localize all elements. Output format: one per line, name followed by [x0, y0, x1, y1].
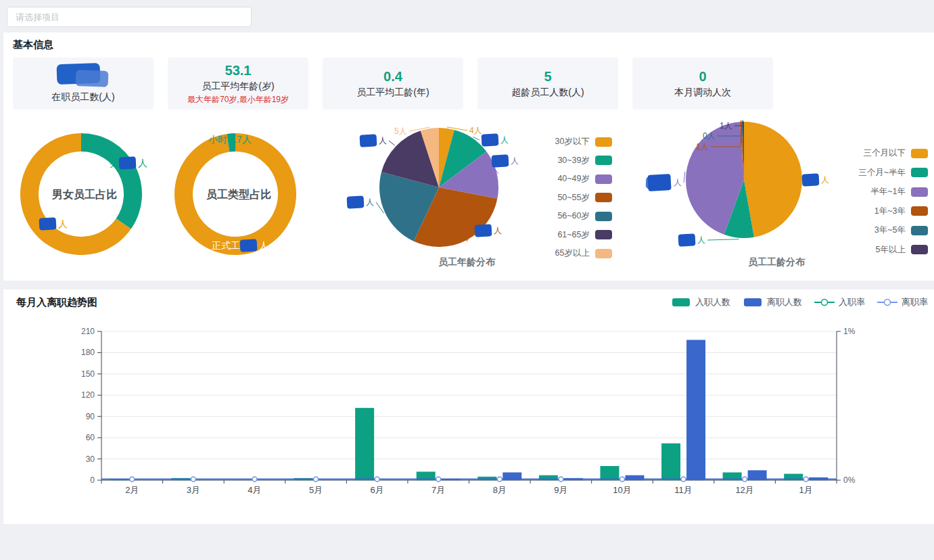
legend-item-age-distribution[interactable]: 30~39岁: [557, 155, 612, 166]
svg-text:11月: 11月: [674, 485, 693, 495]
svg-text:人: 人: [242, 134, 252, 145]
stat-cards: 在职员工数(人) 53.1 员工平均年龄(岁) 最大年龄70岁,最小年龄19岁 …: [13, 57, 773, 110]
legend-item-tenure-distribution[interactable]: 5年以上: [876, 244, 928, 256]
svg-text:12月: 12月: [735, 485, 753, 495]
离职人数-bar: [686, 340, 705, 480]
svg-text:人: 人: [138, 158, 147, 168]
trend-legend: 入职人数离职人数入职率离职率: [671, 296, 928, 308]
svg-text:7: 7: [237, 134, 242, 145]
legend-item-swatch: [595, 249, 612, 258]
svg-text:0: 0: [90, 475, 95, 485]
stat-subtext: 最大年龄70岁,最小年龄19岁: [187, 94, 289, 105]
legend-item-age-distribution[interactable]: 40~49岁: [557, 173, 612, 185]
redaction-stroke: [76, 70, 109, 87]
redacted-value-scribble: [57, 64, 110, 88]
pie-charts-canvas[interactable]: 男人女人正式工人小时工7人4人人人人人人5人人人人1人0人1人: [3, 107, 934, 262]
project-select[interactable]: [7, 7, 252, 27]
svg-text:120: 120: [81, 390, 95, 400]
legend-item-tenure-distribution[interactable]: 3年~5年: [874, 225, 928, 236]
legend-line-swatch: [814, 298, 835, 307]
legend-item-label: 三个月以下: [864, 147, 906, 159]
trend-legend-item[interactable]: 离职人数: [743, 296, 802, 308]
svg-text:210: 210: [81, 327, 95, 336]
legend-item-swatch: [911, 187, 928, 197]
trend-legend-item[interactable]: 入职率: [814, 296, 865, 308]
basic-info-title: 基本信息: [13, 39, 53, 51]
svg-text:7月: 7月: [431, 485, 445, 495]
legend-item-swatch: [595, 174, 612, 184]
legend-item-tenure-distribution[interactable]: 半年~1年: [870, 186, 928, 197]
svg-text:90: 90: [86, 412, 95, 421]
svg-text:人: 人: [821, 175, 829, 185]
trend-legend-label: 入职人数: [695, 296, 730, 308]
project-select-input[interactable]: [7, 7, 252, 27]
legend-item-age-distribution[interactable]: 56~60岁: [557, 210, 612, 222]
legend-item-label: 5年以上: [876, 244, 906, 256]
stat-label: 超龄员工人数(人): [511, 85, 584, 99]
stat-card-avg-age: 53.1 员工平均年龄(岁) 最大年龄70岁,最小年龄19岁: [168, 57, 308, 110]
stat-label: 员工平均工龄(年): [356, 85, 429, 99]
trend-legend-item[interactable]: 入职人数: [671, 296, 730, 308]
svg-text:150: 150: [81, 369, 95, 379]
svg-text:60: 60: [86, 433, 95, 442]
legend-item-age-distribution[interactable]: 61~65岁: [557, 229, 612, 241]
legend-age-distribution: 30岁以下30~39岁40~49岁50~55岁56~60岁61~65岁65岁以上: [555, 136, 612, 266]
legend-item-label: 30岁以下: [555, 136, 590, 147]
legend-item-swatch: [595, 137, 612, 147]
svg-text:1人: 1人: [720, 121, 732, 131]
svg-text:5月: 5月: [309, 485, 323, 495]
legend-item-tenure-distribution[interactable]: 三个月以下: [864, 147, 929, 159]
basic-info-panel: 基本信息 在职员工数(人) 53.1 员工平均年龄(岁) 最大年龄70岁,最小年…: [3, 32, 934, 281]
legend-item-label: 半年~1年: [870, 186, 906, 197]
svg-text:30: 30: [86, 454, 95, 464]
入职人数-bar: [600, 466, 619, 480]
legend-item-swatch: [595, 156, 612, 165]
stat-label: 本月调动人次: [674, 85, 731, 99]
trend-chart-canvas[interactable]: 03060901201501802100%1%2月3月4月5月6月7月8月9月1…: [3, 317, 934, 513]
svg-text:2月: 2月: [125, 485, 139, 495]
svg-text:人: 人: [58, 218, 68, 229]
legend-item-swatch: [911, 226, 928, 235]
trend-legend-label: 入职率: [839, 296, 865, 308]
legend-item-swatch: [595, 193, 612, 202]
hr-dashboard: { "app": { "select_placeholder": "请选择项目"…: [0, 0, 934, 560]
trend-legend-item[interactable]: 离职率: [877, 296, 928, 308]
legend-item-label: 56~60岁: [557, 210, 590, 222]
legend-item-age-distribution[interactable]: 30岁以下: [555, 136, 612, 147]
svg-text:女: 女: [30, 218, 39, 229]
legend-item-age-distribution[interactable]: 50~55岁: [557, 192, 612, 204]
stat-label: 在职员工数(人): [51, 90, 114, 103]
入职人数-bar: [355, 408, 374, 480]
svg-text:人: 人: [511, 156, 519, 166]
legend-item-tenure-distribution[interactable]: 1年~3年: [874, 206, 928, 217]
stat-value: 5: [544, 68, 551, 85]
svg-text:1月: 1月: [799, 485, 813, 495]
svg-text:人: 人: [697, 235, 705, 245]
legend-item-swatch: [911, 206, 928, 216]
svg-text:6月: 6月: [371, 485, 384, 495]
stat-card-over-age: 5 超龄员工人数(人): [477, 57, 618, 110]
donut-center-label-type: 员工类型占比: [185, 188, 293, 202]
svg-text:人: 人: [379, 136, 387, 145]
svg-text:人: 人: [366, 197, 374, 207]
legend-line-swatch: [877, 298, 897, 307]
legend-item-label: 65岁以上: [555, 248, 590, 259]
svg-text:4人: 4人: [469, 126, 482, 135]
legend-bar-swatch: [671, 298, 691, 307]
legend-item-swatch: [595, 212, 612, 221]
svg-text:9月: 9月: [554, 485, 567, 495]
tenure-distribution-chart: 人人人1人0人1人: [646, 120, 829, 247]
stat-card-headcount: 在职员工数(人): [13, 57, 154, 110]
trend-legend-label: 离职人数: [767, 296, 802, 308]
donut-center-label-gender: 男女员工占比: [30, 188, 139, 202]
svg-text:正式工: 正式工: [212, 240, 240, 251]
legend-item-age-distribution[interactable]: 65岁以上: [555, 248, 612, 259]
legend-item-label: 30~39岁: [557, 155, 590, 166]
legend-item-tenure-distribution[interactable]: 三个月~半年: [858, 167, 928, 179]
age-distribution-chart: 4人人人人人人5人: [347, 126, 519, 247]
入职人数-bar: [661, 444, 680, 480]
svg-text:人: 人: [494, 226, 502, 235]
chart-title-age-distribution: 员工年龄分布: [438, 256, 495, 269]
svg-text:0%: 0%: [843, 475, 856, 485]
svg-text:10月: 10月: [613, 485, 631, 495]
